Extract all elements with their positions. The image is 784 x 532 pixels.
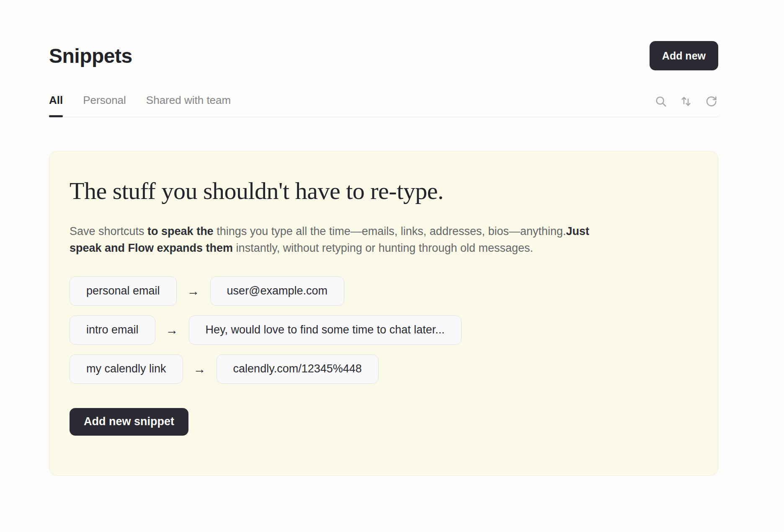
add-new-button[interactable]: Add new bbox=[650, 41, 718, 70]
snippet-list: personal email→user@example.comintro ema… bbox=[70, 276, 698, 384]
tab-actions bbox=[654, 94, 718, 117]
snippet-row: intro email→Hey, would love to find some… bbox=[70, 315, 698, 345]
snippet-row: my calendly link→calendly.com/12345%448 bbox=[70, 354, 698, 384]
page-header: Snippets Add new bbox=[49, 0, 718, 70]
card-description: Save shortcuts to speak the things you t… bbox=[70, 223, 603, 256]
arrow-right-icon: → bbox=[187, 285, 200, 297]
card-heading: The stuff you shouldn't have to re-type. bbox=[70, 177, 698, 205]
snippet-expansion-pill[interactable]: user@example.com bbox=[210, 276, 345, 306]
sort-icon[interactable] bbox=[679, 94, 693, 108]
tab-all[interactable]: All bbox=[49, 94, 63, 117]
tabs-bar: AllPersonalShared with team bbox=[49, 94, 718, 117]
snippet-trigger-pill[interactable]: personal email bbox=[70, 276, 177, 306]
description-segment: things you type all the time—emails, lin… bbox=[214, 225, 566, 238]
tabs: AllPersonalShared with team bbox=[49, 94, 231, 117]
snippet-row: personal email→user@example.com bbox=[70, 276, 698, 306]
search-icon[interactable] bbox=[654, 94, 668, 108]
tab-personal[interactable]: Personal bbox=[83, 94, 126, 117]
add-new-snippet-button[interactable]: Add new snippet bbox=[70, 408, 188, 436]
arrow-right-icon: → bbox=[193, 363, 206, 375]
refresh-icon[interactable] bbox=[704, 94, 718, 108]
snippets-page: Snippets Add new AllPersonalShared with … bbox=[0, 0, 784, 532]
snippet-trigger-pill[interactable]: my calendly link bbox=[70, 354, 183, 384]
tab-shared-with-team[interactable]: Shared with team bbox=[146, 94, 231, 117]
snippet-expansion-pill[interactable]: calendly.com/12345%448 bbox=[217, 354, 379, 384]
description-bold-segment: to speak the bbox=[147, 225, 214, 238]
description-segment: instantly, without retyping or hunting t… bbox=[233, 242, 533, 254]
page-title: Snippets bbox=[49, 44, 132, 67]
snippets-intro-card: The stuff you shouldn't have to re-type.… bbox=[49, 151, 718, 476]
snippet-expansion-pill[interactable]: Hey, would love to find some time to cha… bbox=[189, 315, 462, 345]
snippet-trigger-pill[interactable]: intro email bbox=[70, 315, 155, 345]
description-segment: Save shortcuts bbox=[70, 225, 147, 238]
arrow-right-icon: → bbox=[166, 324, 178, 336]
